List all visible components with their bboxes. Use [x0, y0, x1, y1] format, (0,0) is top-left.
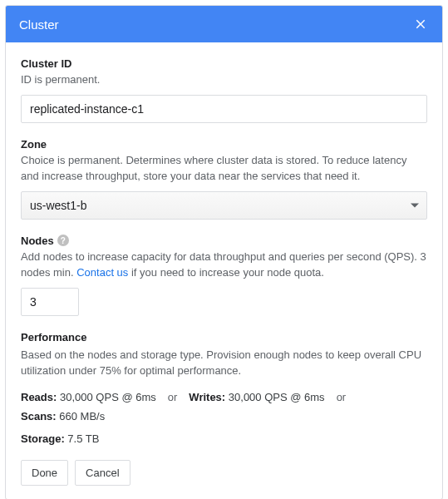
or-separator-2: or: [337, 391, 347, 403]
nodes-input[interactable]: [21, 288, 79, 316]
reads-value: 30,000 QPS @ 6ms: [60, 391, 156, 403]
help-icon[interactable]: ?: [57, 235, 69, 246]
cluster-id-input[interactable]: [21, 95, 427, 123]
done-button[interactable]: Done: [21, 460, 68, 486]
or-separator: or: [168, 391, 178, 403]
zone-select-wrap: us-west1-b: [21, 191, 427, 220]
performance-label: Performance: [21, 331, 427, 343]
zone-field: Zone Choice is permanent. Determines whe…: [21, 138, 427, 220]
writes-label: Writes:: [189, 391, 225, 403]
performance-metrics-row: Reads: 30,000 QPS @ 6ms or Writes: 30,00…: [21, 391, 427, 422]
header-title: Cluster: [19, 17, 59, 32]
storage-label: Storage:: [21, 432, 65, 445]
nodes-help: Add nodes to increase capacity for data …: [21, 249, 427, 281]
nodes-label: Nodes ?: [21, 235, 427, 247]
scans-label: Scans:: [21, 410, 57, 422]
performance-help: Based on the nodes and storage type. Pro…: [21, 347, 427, 379]
reads-metric: Reads: 30,000 QPS @ 6ms: [21, 391, 156, 403]
cancel-button[interactable]: Cancel: [75, 460, 130, 486]
action-buttons: Done Cancel: [21, 460, 427, 486]
zone-label: Zone: [21, 138, 427, 151]
zone-help: Choice is permanent. Determines where cl…: [21, 152, 427, 185]
storage-metric: Storage: 7.5 TB: [21, 432, 427, 445]
scans-metric: Scans: 660 MB/s: [21, 410, 105, 422]
zone-select[interactable]: us-west1-b: [21, 191, 427, 220]
card-body: Cluster ID ID is permanent. Zone Choice …: [6, 42, 442, 499]
nodes-help-suffix: if you need to increase your node quota.: [128, 266, 324, 279]
cluster-id-label: Cluster ID: [21, 57, 427, 70]
reads-label: Reads:: [21, 391, 57, 403]
cluster-id-field: Cluster ID ID is permanent.: [21, 57, 427, 123]
card-header: Cluster: [6, 6, 442, 42]
nodes-field: Nodes ? Add nodes to increase capacity f…: [21, 235, 427, 316]
writes-value: 30,000 QPS @ 6ms: [229, 391, 325, 403]
nodes-label-text: Nodes: [21, 235, 54, 247]
writes-metric: Writes: 30,000 QPS @ 6ms: [189, 391, 324, 403]
cluster-id-help: ID is permanent.: [21, 72, 427, 88]
cluster-card: Cluster Cluster ID ID is permanent. Zone…: [5, 5, 443, 499]
scans-value: 660 MB/s: [59, 410, 105, 422]
close-button[interactable]: [412, 16, 429, 32]
close-icon: [413, 17, 428, 32]
performance-section: Performance Based on the nodes and stora…: [21, 331, 427, 445]
contact-us-link[interactable]: Contact us: [76, 266, 128, 279]
storage-value: 7.5 TB: [67, 432, 99, 445]
